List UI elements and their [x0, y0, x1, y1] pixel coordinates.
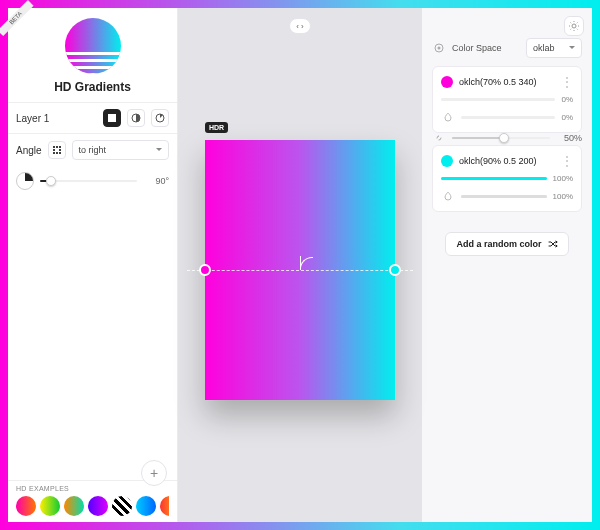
colorspace-row: Color Space oklab [432, 38, 582, 58]
svg-rect-0 [108, 114, 116, 122]
layer-visibility-button[interactable] [103, 109, 121, 127]
example-swatch[interactable] [88, 496, 108, 516]
svg-point-9 [56, 152, 58, 154]
gradient-axis [187, 270, 413, 271]
stop-handle-start[interactable] [199, 264, 211, 276]
interpolation-row: 50% [432, 131, 582, 145]
stop-opacity-slider[interactable] [461, 195, 547, 198]
square-icon [107, 113, 117, 123]
canvas-area: ‹ › HDR [178, 8, 422, 522]
color-stop-card: oklch(90% 0.5 200)⋮100%100% [432, 145, 582, 212]
svg-point-7 [59, 149, 61, 151]
stop-position-value: 100% [553, 174, 573, 183]
example-swatch[interactable] [160, 496, 169, 516]
stop-menu-button[interactable]: ⋮ [561, 75, 573, 89]
shuffle-icon [548, 239, 558, 249]
angle-dial[interactable] [16, 172, 34, 190]
examples-label: HD EXAMPLES [16, 485, 169, 492]
pie-icon [155, 113, 165, 123]
example-swatch[interactable] [64, 496, 84, 516]
stop-opacity-value: 0% [561, 113, 573, 122]
layer-label: Layer 1 [16, 113, 49, 124]
gear-icon [568, 20, 580, 32]
direction-select[interactable]: to right [72, 140, 169, 160]
left-panel: BETA HD Gradients Layer 1 Angle to [8, 8, 178, 522]
settings-button[interactable] [564, 16, 584, 36]
target-icon [432, 41, 446, 55]
svg-point-11 [572, 24, 576, 28]
panel-collapse-button[interactable]: ‹ › [289, 18, 311, 34]
color-stop-card: oklch(70% 0.5 340)⋮0%0% [432, 66, 582, 133]
example-swatch[interactable] [40, 496, 60, 516]
svg-point-13 [438, 47, 441, 50]
angle-slider-row: 90° [8, 166, 177, 196]
svg-point-8 [53, 152, 55, 154]
contrast-icon [131, 113, 141, 123]
hdr-badge: HDR [205, 122, 228, 133]
brand-logo [65, 18, 121, 74]
direction-value: to right [79, 145, 107, 155]
angle-value: 90° [143, 176, 169, 186]
direction-grid-button[interactable] [48, 141, 66, 159]
layer-analytics-button[interactable] [151, 109, 169, 127]
stop-menu-button[interactable]: ⋮ [561, 154, 573, 168]
direction-row: Angle to right [8, 133, 177, 166]
right-panel: Color Space oklab oklch(70% 0.5 340)⋮0%0… [422, 8, 592, 522]
example-swatch[interactable] [112, 496, 132, 516]
stop-color-label: oklch(90% 0.5 200) [459, 156, 555, 166]
svg-point-6 [53, 149, 55, 151]
opacity-icon [441, 189, 455, 203]
layer-row: Layer 1 [8, 102, 177, 133]
examples-section: HD EXAMPLES [8, 480, 177, 522]
add-layer-button[interactable]: + [141, 460, 167, 486]
stop-position-slider[interactable] [441, 98, 555, 101]
gradient-canvas[interactable]: HDR [205, 140, 395, 400]
interpolation-value: 50% [556, 133, 582, 143]
layer-contrast-button[interactable] [127, 109, 145, 127]
angle-indicator[interactable] [293, 256, 307, 270]
svg-point-4 [56, 146, 58, 148]
svg-point-3 [53, 146, 55, 148]
stop-position-slider[interactable] [441, 177, 547, 180]
stop-color-label: oklch(70% 0.5 340) [459, 77, 555, 87]
grid-icon [52, 145, 62, 155]
stop-color-dot[interactable] [441, 76, 453, 88]
example-swatch[interactable] [16, 496, 36, 516]
colorspace-label: Color Space [452, 43, 502, 53]
colorspace-select[interactable]: oklab [526, 38, 582, 58]
angle-slider[interactable] [40, 180, 137, 182]
colorspace-value: oklab [533, 43, 555, 53]
brand-block: HD Gradients [8, 8, 177, 102]
swatch-row [16, 496, 169, 516]
stop-opacity-slider[interactable] [461, 116, 555, 119]
svg-point-5 [59, 146, 61, 148]
stop-color-dot[interactable] [441, 155, 453, 167]
link-icon [432, 131, 446, 145]
svg-point-10 [59, 152, 61, 154]
interpolation-slider[interactable] [452, 137, 550, 139]
brand-title: HD Gradients [54, 80, 131, 94]
angle-label: Angle [16, 145, 42, 156]
opacity-icon [441, 110, 455, 124]
stop-opacity-value: 100% [553, 192, 573, 201]
chevrons-icon: ‹ › [296, 22, 304, 31]
add-random-label: Add a random color [456, 239, 541, 249]
stop-handle-end[interactable] [389, 264, 401, 276]
add-random-color-button[interactable]: Add a random color [445, 232, 568, 256]
example-swatch[interactable] [136, 496, 156, 516]
stop-position-value: 0% [561, 95, 573, 104]
